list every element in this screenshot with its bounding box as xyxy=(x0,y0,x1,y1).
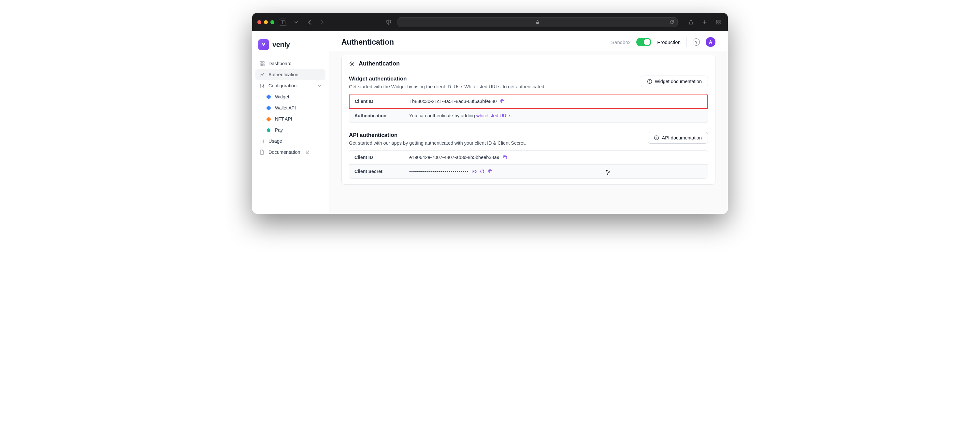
refresh-icon[interactable] xyxy=(480,169,485,174)
svg-rect-19 xyxy=(504,156,507,159)
logo-text: venly xyxy=(272,40,290,49)
section-desc: Get started with our apps by getting aut… xyxy=(349,140,526,146)
copy-icon[interactable] xyxy=(503,155,508,160)
sidebar-label: Authentication xyxy=(269,72,298,77)
widget-auth-table: Authentication You can authenticate by a… xyxy=(349,109,708,123)
back-button[interactable] xyxy=(305,19,313,26)
svg-point-13 xyxy=(262,86,262,87)
svg-point-15 xyxy=(351,63,353,65)
logo-badge xyxy=(258,39,269,50)
divider xyxy=(686,38,687,46)
client-id-value: e190642e-7007-4807-ab3c-8b5bbeeb38a9 xyxy=(409,155,500,160)
sidebar-label: NFT API xyxy=(275,116,292,122)
svg-point-14 xyxy=(263,85,264,86)
cursor-icon xyxy=(606,170,611,176)
titlebar xyxy=(252,13,728,31)
svg-rect-4 xyxy=(719,20,720,22)
sidebar-item-nft-api[interactable]: NFT API xyxy=(255,113,326,124)
shield-icon[interactable] xyxy=(385,19,393,26)
card-title: Authentication xyxy=(359,60,400,67)
nft-icon xyxy=(266,116,271,122)
client-id-value: 1b830c30-21c1-4a51-8ad3-63f6a3bfe880 xyxy=(409,99,497,104)
sidebar-item-authentication[interactable]: Authentication xyxy=(255,69,326,80)
copy-icon[interactable] xyxy=(488,169,493,174)
svg-point-12 xyxy=(260,84,261,85)
authentication-label: Authentication xyxy=(349,109,404,122)
client-secret-label: Client Secret xyxy=(349,165,404,178)
tab-overview-icon[interactable] xyxy=(714,19,722,26)
section-desc: Get started with the Widget by using the… xyxy=(349,84,546,89)
forward-button[interactable] xyxy=(318,19,326,26)
svg-rect-7 xyxy=(260,62,262,63)
wallet-icon xyxy=(266,105,271,110)
tab-dropdown-icon[interactable] xyxy=(292,19,301,26)
svg-rect-10 xyxy=(262,64,264,66)
sidebar-item-documentation[interactable]: Documentation xyxy=(255,146,326,158)
sidebar-item-widget[interactable]: Widget xyxy=(255,91,326,102)
auth-text: You can authenticate by adding whitelist… xyxy=(409,113,512,118)
sidebar-item-wallet-api[interactable]: Wallet API xyxy=(255,102,326,113)
reload-icon[interactable] xyxy=(670,20,674,24)
svg-point-20 xyxy=(474,171,475,172)
sidebar-item-dashboard[interactable]: Dashboard xyxy=(255,58,326,69)
env-sandbox-label: Sandbox xyxy=(611,40,630,45)
gear-icon xyxy=(349,61,355,67)
gear-icon xyxy=(259,72,264,77)
sidebar-item-pay[interactable]: Pay xyxy=(255,124,326,135)
share-icon[interactable] xyxy=(687,19,695,26)
widget-client-id-table: Client ID 1b830c30-21c1-4a51-8ad3-63f6a3… xyxy=(349,94,708,109)
sidebar-toggle-icon[interactable] xyxy=(279,19,287,26)
env-production-label: Production xyxy=(657,40,681,45)
svg-rect-17 xyxy=(501,100,504,103)
window-controls xyxy=(258,20,274,24)
card-header: Authentication xyxy=(342,55,715,72)
sidebar-item-usage[interactable]: Usage xyxy=(255,135,326,146)
sidebar-label: Wallet API xyxy=(275,105,296,110)
eye-icon[interactable] xyxy=(472,169,477,174)
help-button[interactable]: ? xyxy=(693,38,700,46)
client-id-label: Client ID xyxy=(349,151,404,164)
svg-rect-3 xyxy=(716,20,718,22)
section-title: API authentication xyxy=(349,132,526,138)
svg-rect-2 xyxy=(536,22,539,24)
svg-rect-8 xyxy=(262,62,264,63)
app-shell: venly Dashboard Authentication Configura… xyxy=(252,31,728,214)
button-label: API documentation xyxy=(662,135,702,140)
whitelisted-urls-link[interactable]: whitelisted URLs xyxy=(476,113,512,118)
api-auth-section: API authentication Get started with our … xyxy=(342,129,715,184)
chart-icon xyxy=(259,138,264,144)
sidebar-label: Configuration xyxy=(269,83,296,88)
document-icon xyxy=(259,149,264,155)
sliders-icon xyxy=(259,83,264,88)
minimize-window-button[interactable] xyxy=(264,20,268,24)
sidebar-label: Dashboard xyxy=(269,61,291,66)
main-content: Authentication Sandbox Production ? A Au… xyxy=(329,31,728,214)
svg-rect-0 xyxy=(281,21,285,24)
avatar[interactable]: A xyxy=(706,37,716,47)
help-circle-icon xyxy=(654,135,659,140)
close-window-button[interactable] xyxy=(258,20,261,24)
sidebar-label: Widget xyxy=(275,94,289,99)
address-bar[interactable] xyxy=(398,17,678,27)
page-title: Authentication xyxy=(341,38,394,46)
client-secret-value: •••••••••••••••••••••••••••••• xyxy=(409,169,468,174)
svg-rect-21 xyxy=(489,170,492,173)
widget-auth-section: Widget authentication Get started with t… xyxy=(342,72,715,129)
sidebar: venly Dashboard Authentication Configura… xyxy=(252,31,329,214)
section-title: Widget authentication xyxy=(349,76,546,82)
sidebar-item-configuration[interactable]: Configuration xyxy=(255,80,326,91)
sidebar-label: Pay xyxy=(275,127,283,133)
widget-icon xyxy=(266,94,271,99)
external-link-icon xyxy=(305,150,310,154)
env-toggle[interactable] xyxy=(636,38,651,46)
logo[interactable]: venly xyxy=(255,37,326,58)
client-id-label: Client ID xyxy=(350,94,404,108)
help-circle-icon xyxy=(647,79,652,84)
copy-icon[interactable] xyxy=(500,99,505,104)
button-label: Widget documentation xyxy=(655,79,702,84)
maximize-window-button[interactable] xyxy=(270,20,274,24)
pay-icon xyxy=(266,127,271,133)
api-documentation-button[interactable]: API documentation xyxy=(648,132,708,144)
new-tab-icon[interactable] xyxy=(700,19,709,26)
widget-documentation-button[interactable]: Widget documentation xyxy=(641,76,708,87)
